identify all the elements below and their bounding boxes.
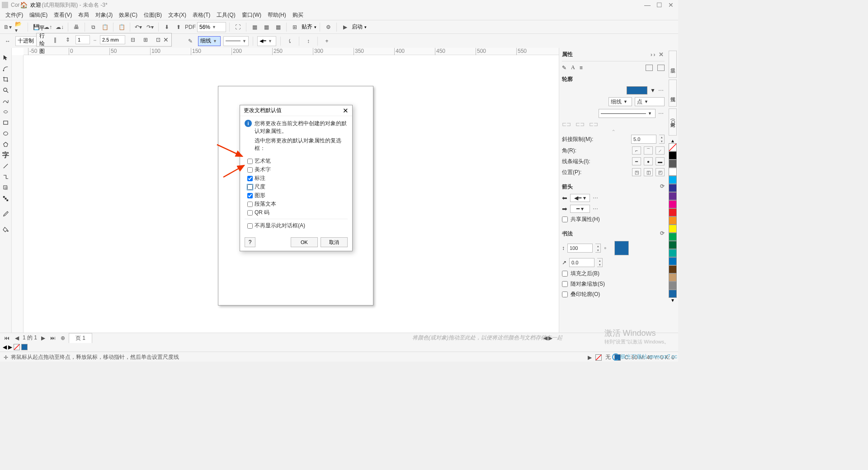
ok-button[interactable]: OK [291, 237, 318, 247]
zoom-dropdown[interactable]: 56%▼ [197, 22, 226, 32]
crop-tool[interactable] [1, 74, 11, 84]
no-fill-swatch[interactable] [14, 344, 20, 350]
check-dont-show[interactable] [247, 223, 253, 229]
parallel-btn-2[interactable]: ⇕ [63, 35, 73, 45]
color-swatch[interactable] [669, 184, 677, 192]
dash-opt-2[interactable]: ⊏⊐ [576, 121, 585, 127]
home-icon[interactable]: 🏠 [20, 1, 28, 9]
color-swatch[interactable] [669, 168, 677, 176]
color-swatch[interactable] [669, 225, 677, 233]
parallel-close-button[interactable]: ✕ [163, 36, 169, 43]
export-button[interactable]: ⬆ [174, 22, 184, 32]
undo-button[interactable]: ↶▾ [133, 22, 143, 32]
menu-help[interactable]: 帮助(H) [265, 10, 289, 20]
menu-bitmap[interactable]: 位图(B) [141, 10, 165, 20]
line-style-more[interactable]: ⋯ [658, 110, 665, 117]
menu-tools[interactable]: 工具(Q) [214, 10, 238, 20]
color-swatch[interactable] [669, 257, 677, 265]
polygon-tool[interactable] [1, 139, 11, 149]
outline-color-swatch[interactable] [627, 86, 647, 94]
outline-width-dropdown[interactable]: 细线▼ [198, 36, 221, 46]
fill-tool[interactable] [1, 224, 11, 234]
pos-center[interactable]: ◫ [644, 168, 653, 176]
check-graphic[interactable] [247, 193, 253, 198]
options-button[interactable]: ⚙ [323, 22, 333, 32]
color-swatch[interactable] [669, 151, 677, 160]
pick-tool[interactable] [1, 52, 11, 62]
color-swatch[interactable] [669, 241, 677, 249]
minimize-button[interactable]: — [642, 1, 653, 9]
zoom-tool[interactable] [1, 85, 11, 95]
scale-with-check[interactable] [562, 281, 568, 287]
cap-round[interactable]: ● [644, 157, 653, 165]
behind-fill-check[interactable] [562, 271, 568, 277]
menu-edit[interactable]: 编辑(E) [27, 10, 50, 20]
prev-page-button[interactable]: ◀ [13, 335, 21, 341]
page-1-tab[interactable]: 页 1 [69, 333, 92, 343]
menu-view[interactable]: 查看(V) [51, 10, 75, 20]
palette-next[interactable]: ▶ [8, 344, 12, 350]
close-button[interactable]: ✕ [665, 1, 676, 9]
pos-outside[interactable]: ◳ [632, 168, 641, 176]
line-style-dropdown[interactable]: ▼ [223, 36, 249, 46]
calli-angle-input[interactable]: 0.0 [569, 258, 594, 267]
parallel-dimension-tool[interactable] [1, 161, 11, 171]
palette-prev[interactable]: ◀ [3, 344, 7, 350]
scroll-right[interactable]: ▶ [548, 335, 552, 341]
connector-tool[interactable] [1, 172, 11, 182]
color-swatch[interactable] [669, 176, 677, 184]
menu-file[interactable]: 文件(F) [3, 10, 26, 20]
outline-pen-icon[interactable]: ✎ [185, 36, 195, 46]
cap-ext[interactable]: ▬ [656, 157, 665, 165]
no-color-swatch[interactable] [669, 143, 677, 151]
help-button[interactable]: ? [245, 237, 255, 247]
new-button[interactable]: 🗎▾ [3, 22, 13, 32]
color-swatch[interactable] [669, 216, 677, 225]
frame-btn-1[interactable] [646, 65, 653, 71]
guidelines-button[interactable]: ▦ [273, 22, 283, 32]
color-swatch[interactable] [669, 282, 677, 290]
parallel-count-input[interactable] [75, 35, 90, 44]
para-tab-icon[interactable]: ≡ [580, 65, 583, 71]
pos-inside[interactable]: ◰ [656, 168, 665, 176]
launch-icon[interactable]: ▶ [340, 22, 350, 32]
properties-tab[interactable]: 属性 [669, 80, 677, 107]
menu-text[interactable]: 文本(X) [165, 10, 189, 20]
start-arrow-more[interactable]: ⋯ [593, 195, 599, 201]
copy-button[interactable]: ⧉ [88, 22, 98, 32]
transparency-tool[interactable] [1, 193, 11, 203]
end-arrow-more[interactable]: ⋯ [593, 206, 599, 212]
menu-layout[interactable]: 布局 [75, 10, 92, 20]
first-page-button[interactable]: ⏮ [3, 335, 11, 341]
print-button[interactable]: 🖶 [71, 22, 81, 32]
plus-button[interactable]: + [322, 36, 332, 46]
corner-round[interactable]: ⌒ [644, 146, 653, 155]
dimension-style-icon[interactable]: ↔ [3, 36, 13, 46]
dash-opt-3[interactable]: ⊏⊐ [589, 121, 598, 127]
fullscreen-button[interactable]: ⛶ [233, 22, 243, 32]
menu-table[interactable]: 表格(T) [190, 10, 213, 20]
drop-shadow-tool[interactable] [1, 183, 11, 193]
color-swatch[interactable] [669, 273, 677, 282]
color-swatch[interactable] [669, 200, 677, 208]
objects-tab[interactable]: 对象(O) [669, 108, 677, 136]
add-page-button[interactable]: ⊕ [59, 335, 67, 341]
line-style-select[interactable]: ▼ [599, 109, 656, 118]
redo-button[interactable]: ↷▾ [145, 22, 155, 32]
publish-pdf-button[interactable]: PDF [185, 22, 195, 32]
dash-opt-1[interactable]: ⊏⊐ [562, 121, 571, 127]
clipboard-button[interactable]: 📋 [117, 22, 127, 32]
parallel-btn-4[interactable]: ⊞ [141, 35, 151, 45]
check-paragraph-text[interactable] [247, 202, 253, 207]
outline-width-select[interactable]: 细线▼ [609, 97, 632, 106]
hints-tab[interactable]: 提示 [669, 51, 677, 78]
ellipse-tool[interactable] [1, 128, 11, 138]
doc-color-swatch[interactable] [21, 344, 28, 350]
calli-stretch-input[interactable]: 100 [567, 244, 593, 253]
outline-unit-select[interactable]: 点▼ [635, 97, 665, 106]
outline-tab-icon[interactable]: ✎ [562, 65, 566, 71]
import-button[interactable]: ⬇ [162, 22, 172, 32]
parallel-btn-1[interactable]: ‖ [50, 35, 60, 45]
menu-window[interactable]: 窗口(W) [239, 10, 264, 20]
next-page-button[interactable]: ▶ [39, 335, 47, 341]
